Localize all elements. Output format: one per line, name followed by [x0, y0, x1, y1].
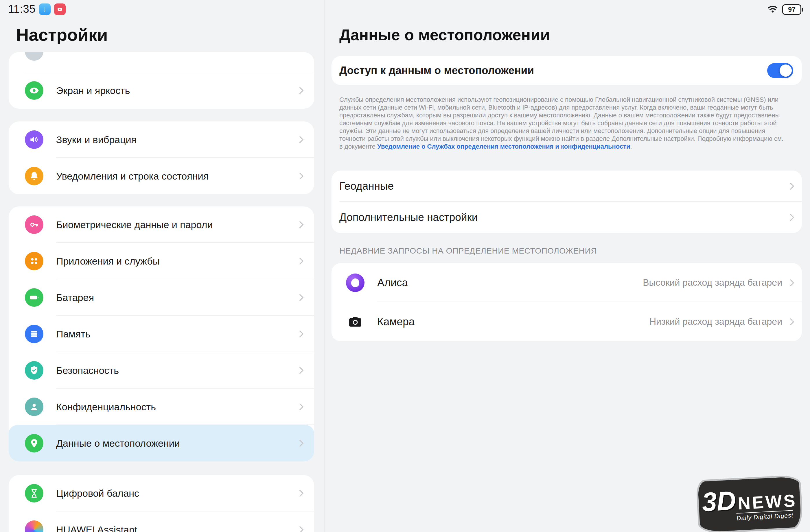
page-title: Настройки [16, 25, 324, 45]
clipped-row[interactable] [9, 52, 314, 72]
recent-request-row-alice[interactable]: Алиса Высокий расход заряда батареи [331, 263, 802, 302]
recent-requests-header: НЕДАВНИЕ ЗАПРОСЫ НА ОПРЕДЕЛЕНИЕ МЕСТОПОЛ… [339, 246, 810, 255]
location-settings-panel: Данные о местоположении Доступ к данным … [325, 0, 810, 532]
chevron-right-icon [296, 330, 304, 337]
additional-settings-label: Дополнительные настройки [339, 211, 477, 223]
shield-check-icon [25, 361, 44, 380]
description-text: Службы определения местоположения исполь… [339, 96, 783, 150]
person-icon [25, 398, 44, 416]
location-privacy-notice-link[interactable]: Уведомление о Службах определения местоп… [377, 143, 630, 150]
toggle-label: Доступ к данным о местоположении [339, 65, 534, 77]
watermark-news: NEWS [738, 492, 797, 512]
chevron-right-icon [787, 279, 794, 286]
status-bar: 11:35 ↓ 97 [0, 0, 810, 21]
sidebar-item-label: Батарея [56, 292, 94, 303]
app-name: Камера [377, 316, 415, 328]
chevron-right-icon [296, 526, 304, 532]
sidebar-item-label: Данные о местоположении [56, 438, 180, 449]
sidebar-item-sound-vibration[interactable]: Звуки и вибрация [9, 121, 314, 158]
settings-group-security: Биометрические данные и пароли Приложени… [9, 206, 314, 462]
3dnews-watermark: 3D NEWS Daily Digital Digest [698, 477, 801, 532]
geodata-row[interactable]: Геоданные [331, 171, 802, 202]
recorder-status-icon [54, 3, 66, 15]
sidebar-item-privacy[interactable]: Конфиденциальность [9, 388, 314, 425]
sidebar-item-label: HUAWEI Assistant [56, 524, 137, 532]
memory-icon [25, 325, 44, 343]
location-access-toggle-row: Доступ к данным о местоположении [331, 56, 802, 85]
chevron-right-icon [296, 87, 304, 94]
geodata-label: Геоданные [339, 180, 394, 192]
assistant-icon [25, 520, 44, 532]
key-icon [25, 215, 44, 234]
settings-sidebar: Настройки Экран и яркость Звуки и вибрац… [0, 0, 325, 532]
chevron-right-icon [296, 403, 304, 410]
sidebar-item-label: Экран и яркость [56, 85, 130, 96]
sidebar-item-digital-balance[interactable]: Цифровой баланс [9, 475, 314, 512]
recent-request-row-camera[interactable]: Камера Низкий расход заряда батареи [331, 302, 802, 341]
description-period: . [630, 143, 632, 150]
settings-group-sound: Звуки и вибрация Уведомления и строка со… [9, 121, 314, 194]
sidebar-item-location[interactable]: Данные о местоположении [9, 425, 314, 462]
sidebar-item-battery[interactable]: Батарея [9, 279, 314, 316]
chevron-right-icon [296, 136, 304, 143]
sidebar-item-label: Конфиденциальность [56, 401, 156, 413]
eye-icon [25, 81, 44, 100]
additional-settings-row[interactable]: Дополнительные настройки [331, 202, 802, 233]
download-status-icon: ↓ [39, 3, 51, 15]
chevron-right-icon [787, 182, 794, 190]
battery-percent: 97 [788, 6, 796, 14]
sidebar-item-security[interactable]: Безопасность [9, 352, 314, 388]
sidebar-item-label: Уведомления и строка состояния [56, 171, 209, 182]
app-name: Алиса [377, 277, 408, 289]
sidebar-item-label: Приложения и службы [56, 255, 160, 267]
wifi-icon [766, 3, 779, 16]
chevron-right-icon [787, 318, 794, 325]
chevron-right-icon [296, 221, 304, 228]
bell-icon [25, 167, 44, 185]
sidebar-item-apps-services[interactable]: Приложения и службы [9, 243, 314, 279]
chevron-right-icon [296, 367, 304, 374]
sidebar-item-label: Память [56, 329, 90, 340]
settings-screen: 11:35 ↓ 97 Настройки Экран и яркост [0, 0, 810, 532]
sidebar-item-biometrics-passwords[interactable]: Биометрические данные и пароли [9, 206, 314, 243]
hourglass-icon [25, 484, 44, 502]
sidebar-item-memory[interactable]: Память [9, 316, 314, 352]
location-access-toggle[interactable] [767, 63, 793, 78]
location-description: Службы определения местоположения исполь… [339, 96, 788, 150]
alice-icon [346, 273, 364, 292]
chevron-right-icon [296, 172, 304, 180]
settings-group-display: Экран и яркость [9, 52, 314, 109]
sidebar-item-label: Безопасность [56, 365, 119, 376]
detail-title: Данные о местоположении [339, 26, 810, 44]
chevron-right-icon [787, 214, 794, 221]
battery-indicator: 97 [782, 4, 801, 15]
chevron-right-icon [296, 257, 304, 265]
recent-requests-card: Алиса Высокий расход заряда батареи Каме… [331, 263, 802, 341]
settings-group-digital: Цифровой баланс HUAWEI Assistant [9, 475, 314, 532]
sidebar-item-notifications[interactable]: Уведомления и строка состояния [9, 158, 314, 194]
battery-icon [25, 288, 44, 307]
clock: 11:35 [8, 3, 36, 15]
battery-usage-label: Высокий расход заряда батареи [643, 277, 782, 288]
sidebar-item-display-brightness[interactable]: Экран и яркость [9, 72, 314, 109]
speaker-icon [25, 130, 44, 149]
clipped-icon [25, 52, 44, 61]
battery-usage-label: Низкий расход заряда батареи [649, 316, 782, 327]
sidebar-item-label: Биометрические данные и пароли [56, 219, 213, 230]
chevron-right-icon [296, 489, 304, 497]
chevron-right-icon [296, 294, 304, 301]
location-pin-icon [25, 434, 44, 452]
sidebar-item-label: Цифровой баланс [56, 488, 139, 499]
sidebar-item-huawei-assistant[interactable]: HUAWEI Assistant [9, 512, 314, 532]
location-options-card: Геоданные Дополнительные настройки [331, 171, 802, 233]
sidebar-item-label: Звуки и вибрация [56, 134, 136, 146]
apps-icon [25, 252, 44, 270]
camera-icon [346, 313, 364, 331]
watermark-3d: 3D [701, 488, 736, 514]
chevron-right-icon [296, 439, 304, 447]
